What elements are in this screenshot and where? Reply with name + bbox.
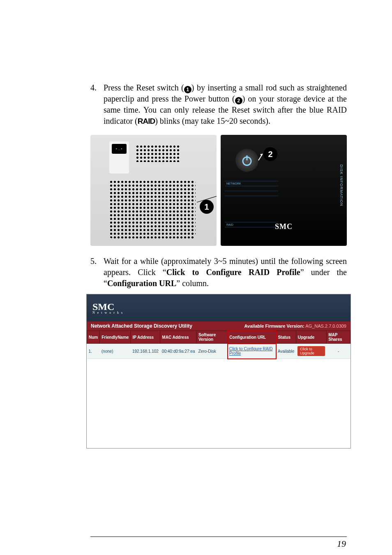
cell-num: 1. (87, 344, 100, 359)
table-row: 1. (none) 192.168.1.102 00:40:d0:9a:27:e… (87, 344, 350, 359)
configure-raid-link[interactable]: Click to Configure RAID Profile (229, 347, 273, 356)
upgrade-button[interactable]: Click to Upgrade (297, 346, 325, 356)
footer-rule (90, 536, 347, 537)
s5-b1: Click to Configure RAID Profile (166, 268, 300, 277)
smc-logo: SMC (275, 222, 293, 231)
cell-ip: 192.168.1.102 (131, 344, 160, 359)
raid-mark: RAID (138, 117, 155, 125)
callout-arrow-icon (258, 153, 263, 161)
s5-post: ” column. (176, 279, 209, 288)
th-status: Status (276, 331, 296, 344)
device-mesh (136, 145, 181, 162)
callout-badge-2: 2 (263, 147, 277, 161)
discovery-utility-screenshot: SMC N e t w o r k s Network Attached Sto… (86, 294, 351, 449)
cell-mac: 00:40:d0:9a:27:ea (160, 344, 197, 359)
device-mesh (109, 180, 196, 238)
power-knob-icon (235, 149, 258, 172)
step-5-body: Wait for a while (approximately 3~5 minu… (104, 256, 347, 289)
brand-sub: N e t w o r k s (92, 311, 123, 314)
device-display-figure: 2 DISK INFORMATION NETWORK RAID SMC (221, 135, 347, 246)
cell-conf: Click to Configure RAID Profile (228, 344, 276, 359)
th-upgrade: Upgrade (296, 331, 326, 344)
display-network-label: NETWORK (225, 181, 278, 186)
power-button-icon: 2 (235, 97, 242, 104)
page-number: 19 (337, 539, 346, 549)
display-raid-label: RAID (225, 222, 278, 227)
cell-status: Available (276, 344, 296, 359)
available-firmware: Available Firmware Version: AG_NAS.2.7.0… (244, 324, 346, 328)
avail-label: Available Firmware Version: (244, 324, 304, 328)
th-sw: Software Version (196, 331, 227, 344)
s4-post: ) blinks (may take 15~20 seconds). (155, 116, 270, 125)
step-4-num: 4. (90, 82, 104, 127)
step-4: 4. Press the Reset switch (1) by inserti… (90, 82, 347, 127)
cell-sw: Zero-Disk (196, 344, 227, 359)
cell-map: - (327, 344, 350, 359)
th-map: MAP Shares (327, 331, 350, 344)
disk-information-label: DISK INFORMATION (335, 164, 344, 218)
s4-pre: Press the Reset switch ( (104, 83, 184, 92)
step-5-num: 5. (90, 256, 104, 289)
device-front-figure: • . • 1 (90, 135, 217, 246)
th-name: FriendlyName (100, 331, 131, 344)
th-num: Num (87, 331, 100, 344)
step-5: 5. Wait for a while (approximately 3~5 m… (90, 256, 347, 289)
th-ip: IP Address (131, 331, 160, 344)
avail-value: AG_NAS.2.7.0.0309 (305, 324, 346, 328)
lcd-dots-icon: • . • (116, 147, 123, 151)
th-conf: Configuration URL (228, 331, 276, 344)
th-mac: MAC Address (160, 331, 197, 344)
smc-brand-logo: SMC N e t w o r k s (92, 301, 123, 314)
discovery-title: Network Attached Storage Discovery Utili… (91, 323, 192, 329)
s5-b2: Configuration URL (107, 279, 176, 288)
reset-switch-icon: 1 (184, 86, 191, 93)
discovery-table: Num FriendlyName IP Address MAC Address … (87, 331, 350, 359)
callout-badge-1: 1 (200, 200, 214, 214)
cell-name: (none) (100, 344, 131, 359)
step-4-body: Press the Reset switch (1) by inserting … (104, 82, 347, 127)
cell-upgrade: Click to Upgrade (296, 344, 326, 359)
